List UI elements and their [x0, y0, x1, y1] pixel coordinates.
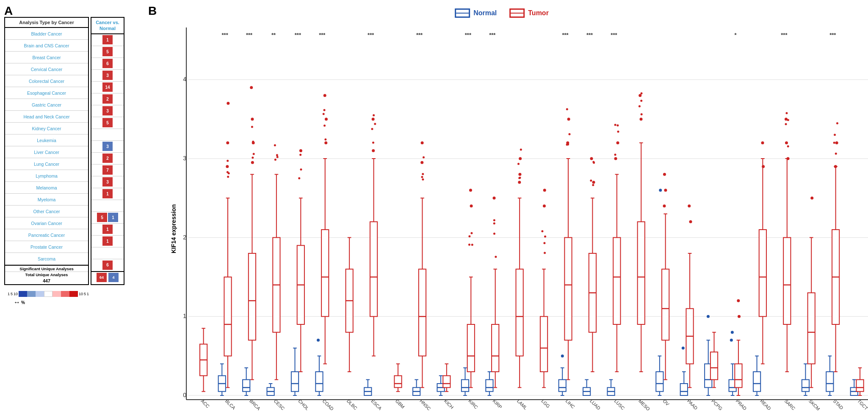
svg-point-482: [833, 142, 835, 144]
svg-point-423: [253, 153, 255, 155]
cvn-row: 51: [91, 212, 124, 224]
cancer-name-cell: Colorectal Cancer: [5, 79, 88, 84]
cancer-name-cell: Pancreatic Cancer: [5, 233, 88, 238]
cvn-row: 14: [91, 82, 124, 93]
svg-point-397: [737, 299, 740, 302]
chart-container: 01234 **********************************…: [169, 27, 860, 387]
svg-text:TGCT: TGCT: [857, 398, 868, 411]
svg-point-356: [226, 165, 229, 168]
svg-text:READ: READ: [759, 398, 772, 411]
cvn-red-cell: 3: [102, 177, 113, 187]
cvn-table: Cancer vs. Normal 1563142353273151116 64…: [91, 17, 124, 285]
legend-num-10r: 10: [79, 292, 83, 296]
svg-rect-266: [783, 238, 791, 324]
cancer-name-cell: Lung Cancer: [5, 162, 88, 167]
sig-red: 64: [97, 273, 107, 282]
cancer-row: Liver Cancer: [5, 146, 88, 158]
svg-point-459: [544, 252, 546, 254]
svg-point-387: [663, 173, 666, 176]
svg-point-438: [373, 114, 375, 116]
cancer-row: Esophageal Cancer: [5, 87, 88, 99]
cvn-row: 7: [91, 165, 124, 176]
sig-unique-label: Significant Unique Analyses: [5, 266, 88, 272]
svg-point-360: [251, 161, 254, 164]
svg-rect-98: [394, 376, 401, 387]
cvn-rows-container: 1563142353273151116: [91, 34, 124, 271]
svg-point-436: [323, 124, 326, 126]
svg-point-399: [761, 141, 764, 144]
chart-legend: Normal Tumor: [455, 8, 549, 18]
svg-point-388: [664, 189, 667, 192]
svg-point-456: [519, 177, 521, 179]
svg-point-466: [592, 161, 594, 163]
cvn-red-cell: 7: [102, 165, 113, 175]
svg-rect-152: [516, 269, 523, 356]
svg-rect-140: [486, 380, 493, 392]
svg-rect-68: [315, 372, 323, 392]
cancer-row: Bladder Cancer: [5, 28, 88, 40]
svg-point-426: [274, 159, 276, 161]
cvn-row: 5: [91, 46, 124, 58]
svg-point-451: [493, 219, 495, 221]
svg-text:0: 0: [183, 392, 186, 398]
svg-point-403: [787, 157, 790, 160]
svg-rect-236: [710, 352, 718, 379]
legend-normal: Normal: [455, 8, 497, 18]
svg-text:3: 3: [183, 155, 186, 162]
cvn-row: 3: [91, 105, 124, 117]
cancer-row: Gastric Cancer: [5, 99, 88, 111]
cancer-row: Prostate Cancer: [5, 241, 88, 253]
cvn-row: 5: [91, 117, 124, 129]
cancer-rows-container: Bladder CancerBrain and CNS CancerBreast…: [5, 28, 88, 265]
svg-point-369: [420, 161, 423, 164]
sig-blue: 4: [108, 273, 119, 282]
cvn-red-cell: 6: [102, 261, 113, 270]
svg-point-396: [730, 339, 733, 342]
svg-point-452: [493, 233, 495, 235]
svg-rect-302: [856, 380, 863, 392]
svg-point-448: [471, 244, 473, 246]
svg-point-384: [614, 157, 617, 160]
svg-point-449: [495, 256, 497, 258]
svg-point-398: [738, 315, 741, 318]
svg-rect-164: [559, 380, 566, 392]
svg-rect-38: [249, 253, 256, 340]
svg-point-394: [707, 315, 710, 318]
svg-rect-272: [802, 380, 809, 392]
panel-b: B Normal Tumor KIF14 expression: [140, 4, 864, 413]
svg-point-479: [787, 145, 789, 148]
cvn-red-cell: 1: [102, 225, 113, 234]
cvn-row: 1: [91, 34, 124, 46]
cancer-row: Sarcoma: [5, 253, 88, 265]
cvn-red-cell: 5: [102, 47, 113, 56]
cvn-red-cell: 6: [102, 59, 113, 68]
cvn-totals: 64 4: [91, 271, 124, 283]
svg-point-473: [639, 105, 641, 107]
legend-num-10: 10: [14, 292, 18, 296]
svg-point-463: [566, 108, 568, 110]
cvn-row: 2: [91, 93, 124, 105]
svg-rect-134: [467, 324, 475, 372]
svg-point-445: [468, 235, 470, 237]
cancer-name-cell: Bladder Cancer: [5, 31, 88, 36]
svg-point-422: [251, 126, 253, 128]
svg-rect-26: [224, 277, 231, 356]
panel-a-label: A: [4, 4, 13, 18]
svg-point-476: [641, 92, 643, 94]
svg-text:DLBC: DLBC: [346, 398, 358, 411]
svg-point-400: [762, 165, 765, 168]
svg-point-355: [226, 141, 229, 144]
cancer-name-cell: Breast Cancer: [5, 55, 88, 60]
svg-point-427: [276, 154, 278, 156]
cancer-name-cell: Ovarian Cancer: [5, 221, 88, 226]
panel-b-label: B: [148, 4, 157, 18]
svg-text:ESCA: ESCA: [370, 398, 383, 411]
cancer-name-cell: Other Cancer: [5, 209, 88, 214]
svg-text:***: ***: [416, 32, 423, 38]
cvn-row: 3: [91, 141, 124, 153]
svg-rect-212: [662, 269, 669, 340]
legend-percent: %: [21, 300, 25, 305]
cvn-red-cell: 3: [102, 106, 113, 115]
svg-point-392: [689, 220, 692, 223]
cancer-name-cell: Brain and CNS Cancer: [5, 43, 88, 48]
